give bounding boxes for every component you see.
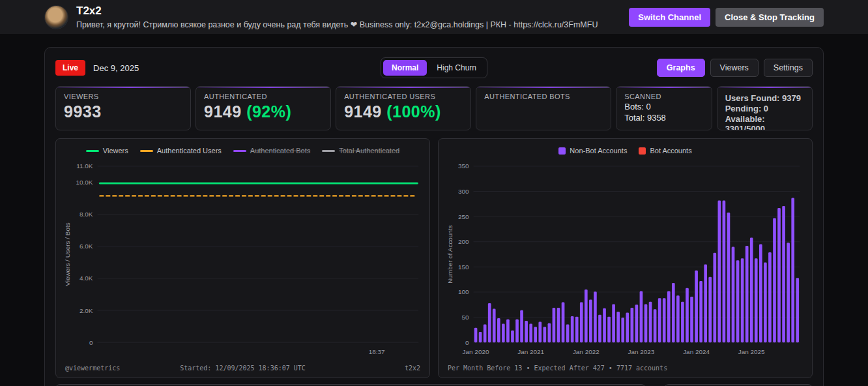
stat-label: AUTHENTICATED BOTS [484,93,603,100]
stats-row: VIEWERS 9933 AUTHENTICATED 9149 (92%) AU… [55,86,813,130]
svg-text:Jan 2025: Jan 2025 [738,348,765,355]
svg-text:Jan 2024: Jan 2024 [683,348,710,355]
svg-text:0: 0 [465,339,469,346]
legend-swatch [140,150,153,152]
channel-header: T2x2 Привет, я крутой! Стримлю всякое ра… [0,0,868,34]
scanned-total-line: Total: 9358 [624,113,703,123]
footer-channel-name: t2x2 [332,364,420,372]
stat-label: AUTHENTICATED USERS [344,93,463,100]
svg-text:Jan 2023: Jan 2023 [628,348,655,355]
channel-meta: T2x2 Привет, я крутой! Стримлю всякое ра… [76,5,621,29]
svg-text:Number of Accounts: Number of Accounts [446,225,454,283]
svg-text:350: 350 [458,162,469,170]
header-actions: Switch Channel Close & Stop Tracking [629,8,824,27]
toolbar: Live Dec 9, 2025 Normal High Churn Graph… [55,58,813,78]
view-switcher: Graphs Viewers Settings [657,59,813,77]
legend-label: Non-Bot Accounts [570,147,627,155]
line-chart-legend: ViewersAuthenticated UsersAuthenticated … [60,143,426,158]
viewers-line-chart[interactable]: 02.0K4.0K6.0K8.0K10.0K11.0K18:37Viewers … [60,158,426,361]
legend-label: Authenticated Users [157,147,222,155]
viewers-line-chart-card: ViewersAuthenticated UsersAuthenticated … [55,138,430,378]
svg-text:10.0K: 10.0K [76,179,93,186]
stat-percent: (92%) [246,102,291,121]
stat-card-users-found: Users Found: 9379 Pending: 0 Available: … [717,86,813,130]
bar-chart-legend: Non-Bot AccountsBot Accounts [442,143,808,158]
svg-text:100: 100 [458,288,469,295]
legend-item-authenticated-bots[interactable]: Authenticated Bots [233,147,310,155]
stat-value: 9149 (92%) [204,102,323,121]
tab-graphs[interactable]: Graphs [657,59,705,77]
close-stop-tracking-button[interactable]: Close & Stop Tracking [716,8,824,27]
stat-value: 9149 (100%) [344,102,463,121]
svg-text:6.0K: 6.0K [80,243,93,250]
charts-row: ViewersAuthenticated UsersAuthenticated … [55,138,813,378]
svg-text:4.0K: 4.0K [80,275,93,282]
accounts-bar-chart[interactable]: 050100150200250300350Number of AccountsJ… [442,158,809,361]
legend-item-non-bot-accounts[interactable]: Non-Bot Accounts [558,147,627,155]
legend-label: Bot Accounts [650,147,691,155]
legend-item-authenticated-users[interactable]: Authenticated Users [140,147,222,155]
svg-text:200: 200 [458,238,469,245]
channel-description: Привет, я крутой! Стримлю всякое разное … [76,20,621,29]
tab-viewers[interactable]: Viewers [710,59,759,77]
available-line: Available: 3301/5000 [725,114,804,130]
mode-high-churn-button[interactable]: High Churn [428,60,485,76]
svg-text:Jan 2021: Jan 2021 [517,348,544,355]
stat-value: 9933 [64,102,182,121]
live-status-badge: Live [55,60,85,76]
legend-swatch [233,150,246,152]
svg-text:11.0K: 11.0K [76,162,93,170]
legend-item-viewers[interactable]: Viewers [86,147,128,155]
tab-settings[interactable]: Settings [764,59,813,77]
main-panel: Live Dec 9, 2025 Normal High Churn Graph… [44,47,824,386]
pending-line: Pending: 0 [725,104,804,113]
svg-text:Viewers / Users / Bots: Viewers / Users / Bots [64,222,71,286]
stat-label: SCANNED [624,93,703,100]
legend-swatch [558,147,566,155]
stat-card-authenticated-bots: AUTHENTICATED BOTS [476,86,611,130]
stat-label: VIEWERS [64,93,182,100]
svg-text:250: 250 [458,213,469,220]
channel-title: T2x2 [76,5,621,18]
footer-watermark: @viewermetrics [65,364,154,372]
legend-swatch [322,150,335,152]
stream-date: Dec 9, 2025 [93,63,139,73]
churn-mode-toggle: Normal High Churn [381,57,487,78]
svg-text:150: 150 [458,263,469,271]
svg-text:8.0K: 8.0K [80,211,93,218]
legend-label: Authenticated Bots [250,147,310,155]
footer-started-timestamp: Started: 12/09/2025 18:36:07 UTC [154,364,332,372]
stat-card-scanned: SCANNED Bots: 0 Total: 9358 [616,86,712,130]
bar-chart-footer: Per Month Before 13 • Expected After 427… [442,361,808,375]
legend-item-bot-accounts[interactable]: Bot Accounts [639,147,691,155]
legend-item-total-authenticated[interactable]: Total Authenticated [322,147,399,155]
legend-swatch [86,150,99,152]
stat-percent: (100%) [386,102,441,121]
legend-label: Total Authenticated [339,147,399,155]
svg-text:Jan 2022: Jan 2022 [573,348,600,355]
switch-channel-button[interactable]: Switch Channel [629,8,710,27]
legend-label: Viewers [103,147,128,155]
svg-text:2.0K: 2.0K [80,307,93,314]
line-chart-footer: @viewermetrics Started: 12/09/2025 18:36… [60,361,426,375]
mode-normal-button[interactable]: Normal [383,60,427,76]
stat-card-authenticated-users: AUTHENTICATED USERS 9149 (100%) [336,86,471,130]
legend-swatch [639,147,646,155]
svg-text:Jan 2020: Jan 2020 [463,348,489,355]
svg-text:300: 300 [458,188,469,195]
channel-avatar[interactable] [44,5,68,29]
stat-card-authenticated: AUTHENTICATED 9149 (92%) [195,86,331,130]
svg-text:50: 50 [462,314,470,321]
users-found-line: Users Found: 9379 [725,93,804,103]
svg-text:18:37: 18:37 [369,348,385,355]
accounts-bar-chart-card: Non-Bot AccountsBot Accounts 05010015020… [438,138,813,378]
scanned-bots-line: Bots: 0 [624,102,703,111]
footer-expected-stats: Per Month Before 13 • Expected After 427… [448,364,803,372]
stat-card-viewers: VIEWERS 9933 [55,86,191,130]
stat-label: AUTHENTICATED [204,93,323,100]
svg-text:0: 0 [89,339,93,346]
